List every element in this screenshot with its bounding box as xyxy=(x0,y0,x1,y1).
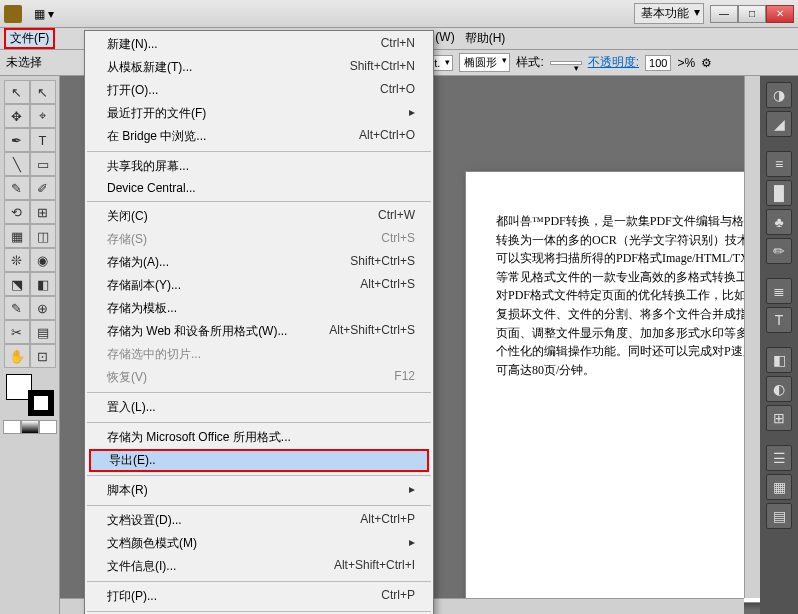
panel-align-icon[interactable]: ▤ xyxy=(766,503,792,529)
menu-item[interactable]: 文件信息(I)...Alt+Shift+Ctrl+I xyxy=(85,555,433,578)
menu-window[interactable]: (W) xyxy=(435,30,454,47)
menu-item[interactable]: 打印(P)...Ctrl+P xyxy=(85,585,433,608)
panel-appearance-icon[interactable]: ◐ xyxy=(766,376,792,402)
toolbox: ↖↖ ✥⌖ ✒T ╲▭ ✎✐ ⟲⊞ ▦◫ ❊◉ ⬔◧ ✎⊕ ✂▤ ✋⊡ xyxy=(0,76,60,614)
menu-item[interactable]: 从模板新建(T)...Shift+Ctrl+N xyxy=(85,56,433,79)
menu-item[interactable]: 文档颜色模式(M)▸ xyxy=(85,532,433,555)
stroke-shape[interactable]: 椭圆形 xyxy=(459,53,510,72)
menu-item[interactable]: 存储为 Microsoft Office 所用格式... xyxy=(85,426,433,449)
panel-gradient-icon[interactable]: █ xyxy=(766,180,792,206)
menu-item[interactable]: 存储为 Web 和设备所用格式(W)...Alt+Shift+Ctrl+S xyxy=(85,320,433,343)
tool-hand[interactable]: ✋ xyxy=(4,344,30,368)
tool-artboard[interactable]: ▤ xyxy=(30,320,56,344)
tool-eyedrop[interactable]: ✎ xyxy=(4,296,30,320)
tool-wand[interactable]: ✥ xyxy=(4,104,30,128)
panel-layers-icon[interactable]: ☰ xyxy=(766,445,792,471)
menu-item[interactable]: 置入(L)... xyxy=(85,396,433,419)
scrollbar-vertical[interactable] xyxy=(744,76,760,598)
menu-item[interactable]: 存储副本(Y)...Alt+Ctrl+S xyxy=(85,274,433,297)
panel-colorguide-icon[interactable]: ◢ xyxy=(766,111,792,137)
menu-help[interactable]: 帮助(H) xyxy=(465,30,506,47)
tool-mesh[interactable]: ⬔ xyxy=(4,272,30,296)
close-button[interactable]: ✕ xyxy=(766,5,794,23)
menu-item[interactable]: 新建(N)...Ctrl+N xyxy=(85,33,433,56)
none-mode[interactable] xyxy=(39,420,57,434)
style-dropdown[interactable] xyxy=(550,61,582,65)
menu-item[interactable]: 存储为(A)...Shift+Ctrl+S xyxy=(85,251,433,274)
tool-move[interactable]: ↖ xyxy=(4,80,30,104)
menu-item[interactable]: 打开(O)...Ctrl+O xyxy=(85,79,433,102)
panel-symbols-icon[interactable]: ♣ xyxy=(766,209,792,235)
menu-item[interactable]: Device Central... xyxy=(85,178,433,198)
tool-type[interactable]: T xyxy=(30,128,56,152)
panel-graphic-styles-icon[interactable]: ⊞ xyxy=(766,405,792,431)
panel-brushes-icon[interactable]: ✏ xyxy=(766,238,792,264)
tool-lasso[interactable]: ⌖ xyxy=(30,104,56,128)
menu-item[interactable]: 共享我的屏幕... xyxy=(85,155,433,178)
stroke-swatch[interactable] xyxy=(28,390,54,416)
gradient-mode[interactable] xyxy=(21,420,39,434)
tool-scale[interactable]: ⊞ xyxy=(30,200,56,224)
tool-line[interactable]: ╲ xyxy=(4,152,30,176)
opacity-label[interactable]: 不透明度: xyxy=(588,54,639,71)
tool-rotate[interactable]: ⟲ xyxy=(4,200,30,224)
title-bar: ▦ ▾ 基本功能 — □ ✕ xyxy=(0,0,798,28)
file-menu-dropdown: 新建(N)...Ctrl+N从模板新建(T)...Shift+Ctrl+N打开(… xyxy=(84,30,434,614)
tool-graph[interactable]: ◉ xyxy=(30,248,56,272)
panel-stroke-icon[interactable]: ≡ xyxy=(766,151,792,177)
document-body-text: 都叫兽™PDF转换，是一款集PDF文件编辑与格式转换为一体的多的OCR（光学文字… xyxy=(496,212,760,379)
color-mode[interactable] xyxy=(3,420,21,434)
tool-pencil[interactable]: ✐ xyxy=(30,176,56,200)
style-label: 样式: xyxy=(516,54,543,71)
menu-item[interactable]: 存储为模板... xyxy=(85,297,433,320)
tool-pen[interactable]: ✒ xyxy=(4,128,30,152)
opacity-unit: >% xyxy=(677,56,695,70)
tool-blend[interactable]: ⊕ xyxy=(30,296,56,320)
menu-item: 恢复(V)F12 xyxy=(85,366,433,389)
menu-item[interactable]: 导出(E).. xyxy=(89,449,429,472)
menu-item[interactable]: 最近打开的文件(F)▸ xyxy=(85,102,433,125)
tool-symbol[interactable]: ❊ xyxy=(4,248,30,272)
menu-item[interactable]: 关闭(C)Ctrl+W xyxy=(85,205,433,228)
panel-transparency-icon[interactable]: ◧ xyxy=(766,347,792,373)
tool-brush[interactable]: ✎ xyxy=(4,176,30,200)
menu-file[interactable]: 文件(F) xyxy=(4,28,55,49)
minimize-button[interactable]: — xyxy=(710,5,738,23)
no-selection-label: 未选择 xyxy=(6,54,42,71)
panel-character-icon[interactable]: T xyxy=(766,307,792,333)
menu-item: 存储(S)Ctrl+S xyxy=(85,228,433,251)
tool-free[interactable]: ◫ xyxy=(30,224,56,248)
tool-gradient[interactable]: ◧ xyxy=(30,272,56,296)
tool-scissors[interactable]: ✂ xyxy=(4,320,30,344)
tool-warp[interactable]: ▦ xyxy=(4,224,30,248)
prefs-icon[interactable]: ⚙ xyxy=(701,56,712,70)
tool-direct[interactable]: ↖ xyxy=(30,80,56,104)
doc-layout-icon[interactable]: ▦ ▾ xyxy=(34,7,54,21)
right-panel-dock: ◑ ◢ ≡ █ ♣ ✏ ≣ T ◧ ◐ ⊞ ☰ ▦ ▤ xyxy=(760,76,798,614)
menu-item[interactable]: 在 Bridge 中浏览...Alt+Ctrl+O xyxy=(85,125,433,148)
menu-item[interactable]: 脚本(R)▸ xyxy=(85,479,433,502)
app-logo xyxy=(4,5,22,23)
menu-item[interactable]: 文档设置(D)...Alt+Ctrl+P xyxy=(85,509,433,532)
tool-rect[interactable]: ▭ xyxy=(30,152,56,176)
workspace-switcher[interactable]: 基本功能 xyxy=(634,3,704,24)
artboard: 都叫兽™PDF转换，是一款集PDF文件编辑与格式转换为一体的多的OCR（光学文字… xyxy=(466,172,760,602)
tool-zoom[interactable]: ⊡ xyxy=(30,344,56,368)
fill-stroke[interactable] xyxy=(6,374,54,416)
panel-paragraph-icon[interactable]: ≣ xyxy=(766,278,792,304)
panel-swatches-icon[interactable]: ▦ xyxy=(766,474,792,500)
panel-color-icon[interactable]: ◑ xyxy=(766,82,792,108)
opacity-value[interactable]: 100 xyxy=(645,55,671,71)
maximize-button[interactable]: □ xyxy=(738,5,766,23)
menu-item: 存储选中的切片... xyxy=(85,343,433,366)
